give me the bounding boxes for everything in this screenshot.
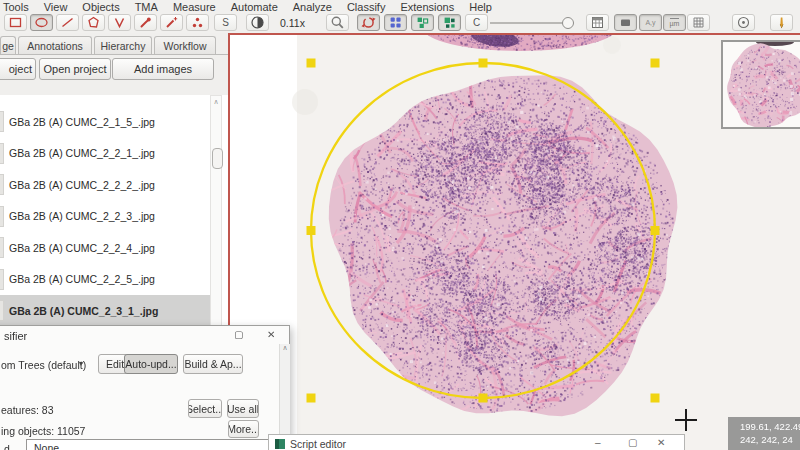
list-scrollbar[interactable]: ∧	[210, 95, 222, 326]
annotation-handle[interactable]	[479, 394, 488, 403]
combo-value: None	[34, 442, 59, 450]
show-detections-button[interactable]	[411, 14, 434, 31]
show-overview-button[interactable]	[614, 14, 637, 31]
slider-knob[interactable]	[562, 17, 574, 29]
tab-annotations-label: Annotations	[27, 40, 82, 52]
maximize-icon[interactable]: ▢	[234, 329, 243, 340]
none-combo-box[interactable]: None ▾	[26, 439, 282, 450]
rectangle-tool-button[interactable]	[4, 14, 27, 31]
brush-tool-button[interactable]	[134, 14, 157, 31]
magnification-display: 0.11x	[280, 17, 305, 29]
classifier-dialog: sifier ▢ ✕ om Trees (default) ▾ Edit Aut…	[0, 325, 290, 450]
show-grid-button[interactable]	[687, 14, 710, 31]
selection-mode-label: S	[222, 17, 229, 28]
annotation-handle[interactable]	[651, 226, 660, 235]
detections-icon	[415, 15, 430, 30]
pin-tool-button[interactable]	[770, 14, 793, 31]
list-item[interactable]: GBa 2B (A) CUMC_2_2_3_.jpg	[0, 201, 222, 233]
menu-automate[interactable]: Automate	[231, 1, 278, 13]
menu-classify[interactable]: Classify	[347, 1, 386, 13]
list-item[interactable]: GBa 2B (A) CUMC_2_2_4_.jpg	[0, 232, 222, 264]
close-icon[interactable]: ✕	[657, 437, 665, 448]
wand-tool-button[interactable]	[160, 14, 183, 31]
image-name: GBa 2B (A) CUMC_2_1_5_.jpg	[9, 116, 155, 128]
annotation-handle[interactable]	[307, 226, 316, 235]
menu-view[interactable]: View	[44, 1, 68, 13]
scroll-up-arrow-icon[interactable]: ∧	[211, 96, 221, 108]
menu-extensions[interactable]: Extensions	[400, 1, 454, 13]
overview-thumbnail[interactable]	[721, 40, 800, 129]
list-item[interactable]: GBa 2B (A) CUMC_2_2_5_.jpg	[0, 264, 222, 296]
tab-image[interactable]: ge	[0, 36, 16, 54]
minimize-icon[interactable]: –	[595, 437, 601, 448]
annotation-handles	[307, 59, 660, 403]
annotation-handle[interactable]	[651, 394, 660, 403]
ellipse-annotation[interactable]	[311, 63, 655, 398]
list-item[interactable]: GBa 2B (A) CUMC_2_1_5_.jpg	[0, 106, 222, 138]
show-tma-grid-button[interactable]	[384, 14, 407, 31]
annotation-handle[interactable]	[307, 59, 316, 68]
list-item[interactable]: GBa 2B (A) CUMC_2_2_1_.jpg	[0, 138, 222, 170]
polyline-tool-button[interactable]	[108, 14, 131, 31]
annotation-overlay	[230, 35, 800, 450]
overview-icon	[618, 15, 633, 30]
opacity-slider[interactable]	[488, 14, 576, 31]
menu-measure[interactable]: Measure	[173, 1, 216, 13]
tab-workflow[interactable]: Workflow	[154, 36, 216, 54]
menu-analyze[interactable]: Analyze	[293, 1, 332, 13]
scrollbar-thumb[interactable]	[212, 148, 223, 169]
show-classification-button[interactable]: C	[465, 14, 488, 31]
slide-viewer[interactable]: 199.61, 422.49 242, 242, 24	[228, 33, 800, 450]
fill-detections-icon	[442, 15, 457, 30]
more-button[interactable]: More...	[228, 420, 259, 438]
brightness-contrast-button[interactable]	[246, 14, 269, 31]
tab-annotations[interactable]: Annotations	[18, 36, 92, 54]
ellipse-tool-button[interactable]	[30, 14, 53, 31]
show-scalebar-button[interactable]: µm	[663, 14, 686, 31]
annotation-handle[interactable]	[479, 59, 488, 68]
create-project-button[interactable]: oject	[0, 58, 36, 80]
zoom-to-fit-button[interactable]	[326, 14, 349, 31]
annotation-handle[interactable]	[307, 394, 316, 403]
polygon-tool-button[interactable]	[82, 14, 105, 31]
tab-image-label: ge	[2, 40, 14, 52]
features-count-label: eatures: 83	[1, 404, 54, 416]
show-location-button[interactable]	[732, 14, 755, 31]
points-tool-button[interactable]	[186, 14, 209, 31]
select-features-button[interactable]: Select...	[188, 399, 222, 418]
tab-underline	[0, 54, 228, 55]
menu-objects[interactable]: Objects	[82, 1, 119, 13]
add-images-button[interactable]: Add images	[112, 58, 214, 80]
script-editor-window[interactable]: Script editor – ▢ ✕	[268, 434, 685, 450]
line-icon	[60, 15, 75, 30]
build-apply-button[interactable]: Build & Ap...	[183, 354, 243, 374]
show-annotations-button[interactable]	[357, 14, 380, 31]
show-labels-button[interactable]: A,y	[639, 14, 662, 31]
open-project-button[interactable]: Open project	[39, 58, 111, 80]
scroll-up-arrow-icon[interactable]: ∧	[282, 344, 287, 351]
chevron-down-icon: ▾	[79, 359, 83, 368]
close-icon[interactable]: ✕	[267, 329, 275, 340]
use-all-button[interactable]: Use all	[227, 399, 259, 418]
measurement-table-button[interactable]	[586, 14, 609, 31]
tab-hierarchy-label: Hierarchy	[101, 40, 146, 52]
points-icon	[190, 15, 205, 30]
menu-help[interactable]: Help	[469, 1, 492, 13]
auto-update-button[interactable]: Auto-upd...	[124, 354, 178, 374]
line-tool-button[interactable]	[56, 14, 79, 31]
menu-tma[interactable]: TMA	[135, 1, 158, 13]
list-item[interactable]: GBa 2B (A) CUMC_2_2_2_.jpg	[0, 169, 222, 201]
labels-icon: A,y	[645, 19, 655, 26]
maximize-icon[interactable]: ▢	[628, 437, 637, 448]
table-icon	[590, 15, 605, 30]
selection-mode-button[interactable]: S	[214, 14, 237, 31]
tab-hierarchy[interactable]: Hierarchy	[94, 36, 152, 54]
add-images-label: Add images	[134, 63, 192, 75]
brush-icon	[138, 15, 153, 30]
classifier-select[interactable]: om Trees (default)	[1, 359, 86, 371]
crosshair-cursor-icon	[685, 409, 687, 431]
menu-tools[interactable]: Tools	[3, 1, 29, 13]
list-item-selected[interactable]: GBa 2B (A) CUMC_2_3_1_.jpg	[0, 295, 222, 327]
annotation-handle[interactable]	[651, 59, 660, 68]
fill-detections-button[interactable]	[438, 14, 461, 31]
